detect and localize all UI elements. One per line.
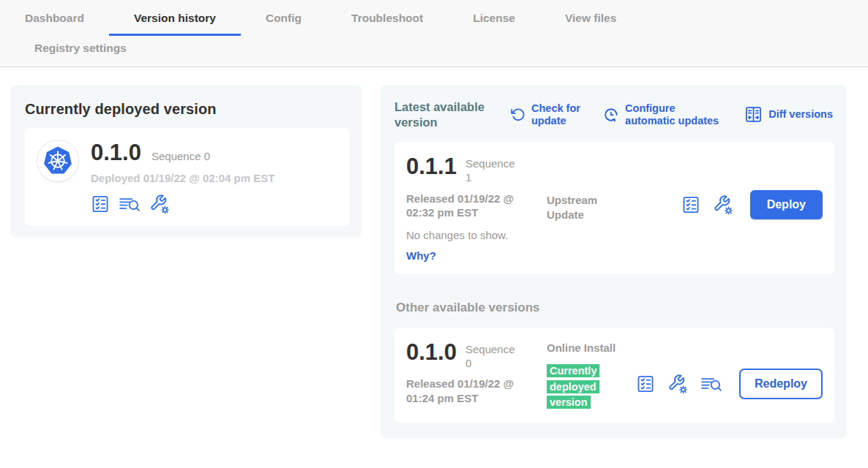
configure-automatic-updates-link[interactable]: Configure automatic updates xyxy=(603,102,727,127)
preflight-checks-button[interactable] xyxy=(681,195,700,214)
latest-version-info: 0.1.1 Sequence 1 Released 01/19/22 @ 02:… xyxy=(406,155,547,263)
secondary-nav: Registry settings xyxy=(0,36,868,67)
app-header: Dashboard Version history Config Trouble… xyxy=(0,0,868,67)
deploy-logs-icon xyxy=(119,195,141,214)
other-sequence-label: Sequence 0 xyxy=(465,341,518,371)
other-released-timestamp: Released 01/19/22 @ 01:24 pm EST xyxy=(406,377,542,405)
latest-available-header: Latest available version Check for updat… xyxy=(394,99,834,129)
tab-license[interactable]: License xyxy=(448,10,540,36)
other-versions-heading: Other available versions xyxy=(396,301,834,315)
latest-version-actions: Deploy xyxy=(681,190,823,219)
primary-nav: Dashboard Version history Config Trouble… xyxy=(0,10,868,36)
other-version-number: 0.1.0 xyxy=(406,341,457,365)
diff-icon xyxy=(744,105,763,124)
preflight-checks-button[interactable] xyxy=(91,195,110,214)
latest-version-row: 0.1.1 Sequence 1 Released 01/19/22 @ 02:… xyxy=(394,142,834,274)
tab-version-history[interactable]: Version history xyxy=(109,10,241,36)
deployed-action-icons xyxy=(91,194,274,214)
tab-view-files[interactable]: View files xyxy=(540,10,641,36)
currently-deployed-card: Currently deployed version 0.1.0 Sequenc… xyxy=(10,85,362,238)
tab-dashboard[interactable]: Dashboard xyxy=(0,10,109,36)
refresh-icon xyxy=(510,107,525,122)
latest-available-title: Latest available version xyxy=(394,99,497,129)
preflight-checks-icon xyxy=(681,195,700,214)
diff-versions-link[interactable]: Diff versions xyxy=(744,105,833,124)
latest-version-source: Upstream Update xyxy=(547,193,620,222)
other-version-actions: Redeploy xyxy=(636,369,823,399)
deployed-version-info: 0.1.0 Sequence 0 Deployed 01/19/22 @ 02:… xyxy=(91,140,274,214)
header-actions: Check for update Configure automatic upd… xyxy=(510,102,834,127)
latest-sequence-label: Sequence 1 xyxy=(465,155,518,185)
tab-troubleshoot[interactable]: Troubleshoot xyxy=(326,10,448,36)
deploy-button[interactable]: Deploy xyxy=(750,190,823,219)
edit-config-button[interactable] xyxy=(713,195,733,215)
latest-version-number: 0.1.1 xyxy=(406,155,457,179)
check-for-update-label: Check for update xyxy=(531,102,586,127)
other-version-source: Online Install xyxy=(547,341,620,355)
deploy-logs-button[interactable] xyxy=(700,374,722,393)
other-version-source-col: Online Install Currently deployed versio… xyxy=(547,341,620,411)
edit-config-icon xyxy=(667,374,688,394)
no-changes-text: No changes to show. xyxy=(406,229,547,241)
edit-config-icon xyxy=(713,195,733,215)
latest-released-timestamp: Released 01/19/22 @ 02:32 pm EST xyxy=(406,192,542,220)
deployed-timestamp: Deployed 01/19/22 @ 02:04 pm EST xyxy=(91,172,274,184)
deployed-version-number: 0.1.0 xyxy=(91,141,141,165)
edit-config-icon xyxy=(149,194,170,214)
tab-config[interactable]: Config xyxy=(241,10,326,36)
tab-registry-settings[interactable]: Registry settings xyxy=(10,42,151,56)
main-content: Currently deployed version 0.1.0 Sequenc… xyxy=(0,67,868,439)
deployed-version-row: 0.1.0 Sequence 0 Deployed 01/19/22 @ 02:… xyxy=(25,128,350,226)
app-logo xyxy=(37,140,79,182)
deploy-logs-button[interactable] xyxy=(119,195,141,214)
currently-deployed-badge: Currently deployed version xyxy=(547,364,599,409)
edit-config-button[interactable] xyxy=(149,194,170,214)
auto-update-schedule-icon xyxy=(603,107,619,123)
preflight-checks-icon xyxy=(91,195,110,214)
deploy-logs-icon xyxy=(700,374,722,393)
preflight-checks-icon xyxy=(636,374,655,393)
other-version-row: 0.1.0 Sequence 0 Released 01/19/22 @ 01:… xyxy=(394,328,834,423)
why-link[interactable]: Why? xyxy=(406,249,436,262)
deployed-sequence-label: Sequence 0 xyxy=(151,150,210,162)
kubernetes-logo-icon xyxy=(41,144,75,178)
preflight-checks-button[interactable] xyxy=(636,374,655,393)
edit-config-button[interactable] xyxy=(667,374,688,394)
redeploy-button[interactable]: Redeploy xyxy=(739,369,823,399)
diff-versions-label: Diff versions xyxy=(768,108,833,121)
currently-deployed-title: Currently deployed version xyxy=(25,101,350,118)
other-version-info: 0.1.0 Sequence 0 Released 01/19/22 @ 01:… xyxy=(406,341,547,406)
check-for-update-link[interactable]: Check for update xyxy=(510,102,586,127)
configure-automatic-updates-label: Configure automatic updates xyxy=(625,102,727,127)
latest-available-card: Latest available version Check for updat… xyxy=(381,85,847,439)
